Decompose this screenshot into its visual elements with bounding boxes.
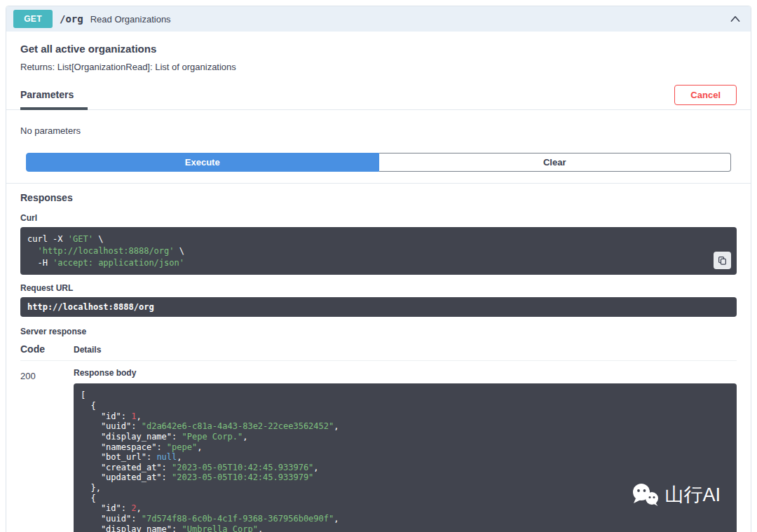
chevron-up-icon — [730, 14, 741, 24]
tab-parameters-label: Parameters — [20, 89, 74, 100]
request-url-text: http://localhost:8888/org — [27, 302, 730, 312]
response-status-code: 200 — [20, 361, 74, 532]
server-response-table: Code Details 200 Response body [ { "id":… — [20, 343, 737, 532]
collapse-button[interactable] — [728, 13, 742, 25]
curl-command-block: curl -X 'GET' \ 'http://localhost:8888/o… — [20, 227, 737, 275]
copy-to-clipboard-button[interactable] — [714, 252, 731, 269]
request-url-label: Request URL — [20, 283, 737, 293]
swagger-page: GET /org Read Organizations Get all acti… — [0, 0, 757, 532]
table-header-code: Code — [20, 343, 74, 361]
no-parameters-text: No parameters — [6, 110, 751, 153]
curl-label: Curl — [20, 213, 737, 223]
clipboard-icon — [718, 256, 727, 265]
opblock-summary-bar[interactable]: GET /org Read Organizations — [6, 6, 751, 32]
endpoint-summary: Read Organizations — [90, 14, 171, 25]
response-body-json-text: [ { "id": 1, "uuid": "d2a642e6-c81a-4a43… — [81, 390, 730, 532]
server-response-label: Server response — [20, 327, 737, 336]
opblock-get-org: GET /org Read Organizations Get all acti… — [6, 6, 751, 532]
table-header-details: Details — [74, 345, 737, 361]
responses-heading: Responses — [6, 183, 751, 210]
http-method-badge: GET — [13, 10, 53, 28]
operation-returns: Returns: List[OrganizationRead]: List of… — [20, 62, 737, 72]
operation-description-title: Get all active organizations — [20, 43, 737, 55]
request-url-block: http://localhost:8888/org — [20, 297, 737, 317]
tab-parameters[interactable]: Parameters — [20, 89, 88, 110]
response-body-block: [ { "id": 1, "uuid": "d2a642e6-c81a-4a43… — [74, 383, 737, 532]
clear-button[interactable]: Clear — [379, 153, 732, 172]
execute-button[interactable]: Execute — [26, 153, 379, 172]
response-body-label: Response body — [74, 368, 737, 378]
endpoint-path: /org — [60, 13, 83, 25]
cancel-button[interactable]: Cancel — [674, 85, 737, 105]
execute-row: Execute Clear — [6, 153, 751, 183]
responses-body: Curl curl -X 'GET' \ 'http://localhost:8… — [6, 213, 751, 532]
parameters-section-header: Parameters Cancel — [6, 72, 751, 110]
curl-command-text: curl -X 'GET' \ 'http://localhost:8888/o… — [27, 233, 730, 268]
operation-description: Get all active organizations Returns: Li… — [6, 32, 751, 72]
response-details-cell: Response body [ { "id": 1, "uuid": "d2a6… — [74, 361, 737, 532]
